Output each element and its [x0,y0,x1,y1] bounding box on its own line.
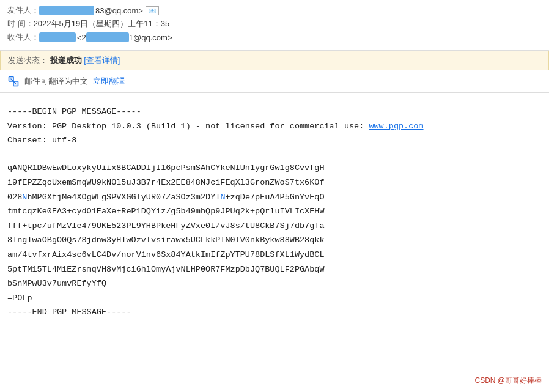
recipient-name-blurred [39,32,76,42]
recipient-label: 收件人： [7,32,39,43]
pgp-content-line-4: tmtcqzKe0EA3+cydO1EaXe+ReP1DQYiz/g5b49mh… [7,205,542,218]
pgp-version-line: Version: PGP Desktop 10.0.3 (Build 1) - … [7,120,542,133]
email-header: 发件人： 83@qq.com> 📧 时 间： 2022年5月19日（星期四）上午… [0,0,549,51]
highlight-n2: N [220,193,225,202]
pgp-content-block: qANQR1DBwEwDLoxykyUiix8BCADDljI16pcPsmSA… [7,161,542,290]
sender-email-text: 83@qq.com> [95,6,143,15]
pgp-content-line-1: qANQR1DBwEwDLoxykyUiix8BCADDljI16pcPsmSA… [7,161,542,175]
translate-bar: 文 A 邮件可翻译为中文 立即翻譯 [0,70,549,93]
pgp-charset-line: Charset: utf-8 [7,134,542,147]
pgp-content-line-6: 8lngTwaOBgO0Qs78jdnw3yHlwOzvIvsirawx5UCF… [7,234,542,247]
svg-text:文: 文 [10,78,12,81]
recipient-num-blurred [86,32,129,42]
recipient-row: 收件人： <2 1@qq.com> [7,32,542,43]
time-value: 2022年5月19日（星期四）上午11：35 [34,18,170,29]
highlight-n: N [22,193,27,202]
email-container: 发件人： 83@qq.com> 📧 时 间： 2022年5月19日（星期四）上午… [0,0,549,345]
status-label: 发送状态： [8,56,48,65]
time-label: 时 间： [7,18,34,29]
pgp-equals-line: =POFp [7,292,542,305]
pgp-content-line-8: 5ptTM15TL4MiEZrsmqVH8vMjci6hlOmyAjvNLHP0… [7,263,542,276]
pgp-content-line-3: 028NhMPGXfjMe4XOgWLgSPVXGGTyUR07ZaSOz3m2… [7,191,542,204]
status-bar: 发送状态： 投递成功 [查看详情] [0,51,549,70]
translate-text: 邮件可翻译为中文 [24,76,88,87]
pgp-link[interactable]: www.pgp.com [369,122,423,131]
email-body: -----BEGIN PGP MESSAGE----- Version: PGP… [0,93,549,345]
version-prefix: Version: PGP Desktop 10.0.3 (Build 1) - … [7,122,369,131]
translate-icon: 文 A [7,75,20,87]
sender-name-blurred [39,6,94,15]
pgp-content-line-5: fff+tpc/ufMzVle479UKE523PL9YHBPkeHFyZVxe… [7,220,542,233]
pgp-begin-line: -----BEGIN PGP MESSAGE----- [7,105,542,119]
status-detail-link[interactable]: [查看详情] [84,56,120,65]
status-text: 投递成功 [50,56,82,65]
pgp-end-line: -----END PGP MESSAGE----- [7,306,542,319]
pgp-content-line-9: bSnMPwU3v7umvREfyYfQ [7,277,542,290]
sender-icon[interactable]: 📧 [146,6,159,15]
recipient-prefix: <2 [77,33,86,42]
sender-label: 发件人： [7,5,39,16]
pgp-content-line-2: i9fEPZZqcUxemSmqWU9kNOl5uJ3B7r4Ex2EE848N… [7,176,542,190]
translate-link[interactable]: 立即翻譯 [93,76,125,87]
time-row: 时 间： 2022年5月19日（星期四）上午11：35 [7,18,542,29]
pgp-content-line-7: am/4tvfxrAix4sc6vLC4Dv/norV1nv6Sx84YAtkI… [7,248,542,262]
sender-row: 发件人： 83@qq.com> 📧 [7,5,542,16]
recipient-email-suffix: 1@qq.com> [129,33,172,42]
watermark: CSDN @哥哥好棒棒 [474,375,542,386]
